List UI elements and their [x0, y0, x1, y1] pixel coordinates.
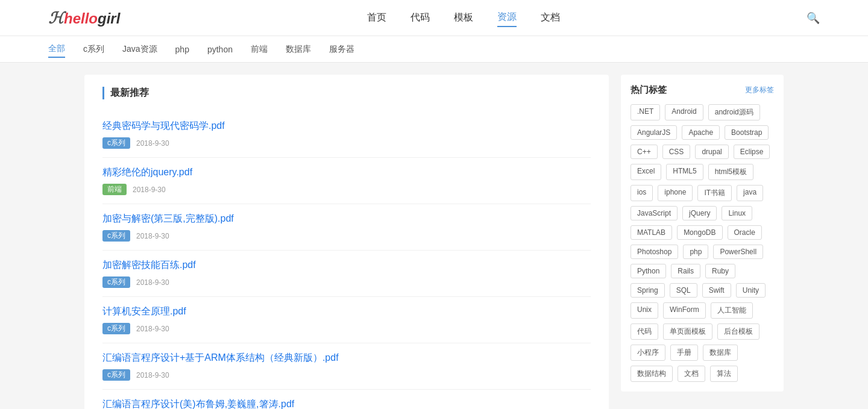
tag-item[interactable]: Bootstrap [725, 125, 769, 140]
tag-item[interactable]: PowerShell [713, 245, 763, 259]
item-tag-4[interactable]: c系列 [102, 276, 130, 288]
item-meta-1: c系列 2018-9-30 [102, 137, 591, 149]
nav-home[interactable]: 首页 [367, 9, 386, 27]
tag-item[interactable]: IT书籍 [697, 185, 732, 201]
nav-template[interactable]: 模板 [454, 9, 473, 27]
tag-item[interactable]: .NET [631, 104, 660, 120]
tag-item[interactable]: HTML5 [666, 164, 703, 180]
tag-item[interactable]: 手册 [670, 345, 698, 361]
item-title-2[interactable]: 精彩绝伦的jquery.pdf [102, 166, 591, 179]
tag-item[interactable]: Android [665, 104, 703, 120]
main-nav: 首页 代码 模板 资源 文档 [367, 8, 560, 27]
sub-nav-all[interactable]: 全部 [48, 41, 65, 58]
tag-item[interactable]: html5模板 [708, 164, 753, 180]
tag-item[interactable]: 数据结构 [631, 366, 673, 382]
tag-item[interactable]: 小程序 [631, 345, 665, 361]
item-date-1: 2018-9-30 [136, 139, 169, 148]
sidebar: 热门标签 更多标签 .NETAndroidandroid源码AngularJSA… [621, 75, 784, 409]
item-title-5[interactable]: 计算机安全原理.pdf [102, 305, 591, 318]
tag-item[interactable]: Linux [722, 206, 752, 220]
tag-item[interactable]: Eclipse [734, 145, 770, 159]
tag-item[interactable]: ios [631, 185, 653, 201]
tag-item[interactable]: php [683, 245, 708, 259]
section-title: 最新推荐 [102, 87, 591, 99]
item-title-6[interactable]: 汇编语言程序设计+基于ARM体系结构（经典新版）.pdf [102, 352, 591, 364]
sub-nav-java[interactable]: Java资源 [122, 42, 157, 57]
tag-item[interactable]: 代码 [631, 323, 658, 340]
sub-nav-php[interactable]: php [175, 42, 189, 57]
item-title-7[interactable]: 汇编语言程序设计(美)布鲁姆,姜巍朣,箸涛.pdf [102, 398, 591, 409]
nav-docs[interactable]: 文档 [541, 9, 560, 27]
list-item: 汇编语言程序设计(美)布鲁姆,姜巍朣,箸涛.pdf c系列 [102, 390, 591, 409]
item-title-4[interactable]: 加密解密技能百练.pdf [102, 259, 591, 272]
item-meta-6: c系列 2018-9-30 [102, 369, 591, 381]
tag-item[interactable]: 数据库 [703, 345, 738, 361]
tag-item[interactable]: drupal [695, 145, 728, 159]
list-item: 加密解密技能百练.pdf c系列 2018-9-30 [102, 251, 591, 297]
sub-nav-database[interactable]: 数据库 [286, 42, 311, 57]
tag-item[interactable]: 算法 [710, 366, 738, 382]
item-meta-4: c系列 2018-9-30 [102, 276, 591, 288]
item-meta-5: c系列 2018-9-30 [102, 323, 591, 334]
list-item: 精彩绝伦的jquery.pdf 前端 2018-9-30 [102, 158, 591, 204]
item-tag-3[interactable]: c系列 [102, 230, 130, 242]
item-date-6: 2018-9-30 [136, 371, 169, 379]
item-title-1[interactable]: 经典密码学与现代密码学.pdf [102, 120, 591, 133]
item-tag-5[interactable]: c系列 [102, 323, 130, 334]
item-date-3: 2018-9-30 [136, 232, 169, 240]
tag-item[interactable]: Photoshop [631, 245, 678, 259]
tag-item[interactable]: 人工智能 [711, 302, 753, 319]
item-tag-2[interactable]: 前端 [102, 184, 127, 195]
tag-item[interactable]: C++ [631, 145, 658, 159]
list-item: 汇编语言程序设计+基于ARM体系结构（经典新版）.pdf c系列 2018-9-… [102, 343, 591, 390]
sub-nav-c[interactable]: c系列 [83, 42, 104, 57]
more-tags-link[interactable]: 更多标签 [745, 85, 774, 95]
tag-item[interactable]: CSS [662, 145, 691, 159]
item-date-4: 2018-9-30 [136, 278, 169, 287]
content-area: 最新推荐 经典密码学与现代密码学.pdf c系列 2018-9-30 精彩绝伦的… [84, 75, 609, 409]
tag-item[interactable]: JavaScript [631, 206, 678, 220]
tag-item[interactable]: Excel [631, 164, 661, 180]
item-title-3[interactable]: 加密与解密(第三版,完整版).pdf [102, 213, 591, 225]
list-item: 加密与解密(第三版,完整版).pdf c系列 2018-9-30 [102, 204, 591, 251]
tag-item[interactable]: Apache [682, 125, 720, 140]
sub-nav-frontend[interactable]: 前端 [251, 42, 268, 57]
tag-item[interactable]: MongoDB [677, 225, 722, 240]
tag-item[interactable]: AngularJS [631, 125, 677, 140]
tag-item[interactable]: Oracle [728, 225, 762, 240]
item-date-5: 2018-9-30 [136, 325, 169, 333]
tag-item[interactable]: 后台模板 [717, 323, 760, 340]
tag-item[interactable]: iphone [658, 185, 693, 201]
tag-item[interactable]: android源码 [708, 104, 760, 120]
tag-item[interactable]: 文档 [678, 366, 705, 382]
tags-grid: .NETAndroidandroid源码AngularJSApacheBoots… [631, 104, 774, 382]
main-container: 最新推荐 经典密码学与现代密码学.pdf c系列 2018-9-30 精彩绝伦的… [72, 75, 796, 409]
sub-nav-python[interactable]: python [207, 42, 233, 57]
tag-item[interactable]: Ruby [705, 264, 735, 278]
tag-item[interactable]: WinForm [663, 302, 706, 319]
sidebar-box: 热门标签 更多标签 .NETAndroidandroid源码AngularJSA… [621, 75, 784, 392]
tag-item[interactable]: MATLAB [631, 225, 672, 240]
item-tag-1[interactable]: c系列 [102, 137, 130, 149]
search-icon[interactable]: 🔍 [807, 11, 820, 25]
nav-resource[interactable]: 资源 [497, 8, 517, 27]
tag-item[interactable]: SQL [670, 283, 697, 298]
tag-item[interactable]: Unity [736, 283, 766, 298]
list-item: 计算机安全原理.pdf c系列 2018-9-30 [102, 297, 591, 343]
tag-item[interactable]: Swift [702, 283, 731, 298]
tag-item[interactable]: java [737, 185, 763, 201]
logo-text: ℋhellogirl [48, 8, 120, 28]
list-item: 经典密码学与现代密码学.pdf c系列 2018-9-30 [102, 111, 591, 158]
item-tag-6[interactable]: c系列 [102, 369, 130, 381]
tag-item[interactable]: Rails [671, 264, 700, 278]
item-date-2: 2018-9-30 [133, 186, 166, 194]
tag-item[interactable]: Unix [631, 302, 658, 319]
sidebar-title: 热门标签 [631, 84, 667, 96]
tag-item[interactable]: Python [631, 264, 666, 278]
nav-code[interactable]: 代码 [410, 9, 430, 27]
tag-item[interactable]: Spring [631, 283, 665, 298]
sub-nav-server[interactable]: 服务器 [329, 42, 354, 57]
tag-item[interactable]: 单页面模板 [663, 323, 712, 340]
tag-item[interactable]: jQuery [682, 206, 717, 220]
sidebar-header: 热门标签 更多标签 [631, 84, 774, 96]
